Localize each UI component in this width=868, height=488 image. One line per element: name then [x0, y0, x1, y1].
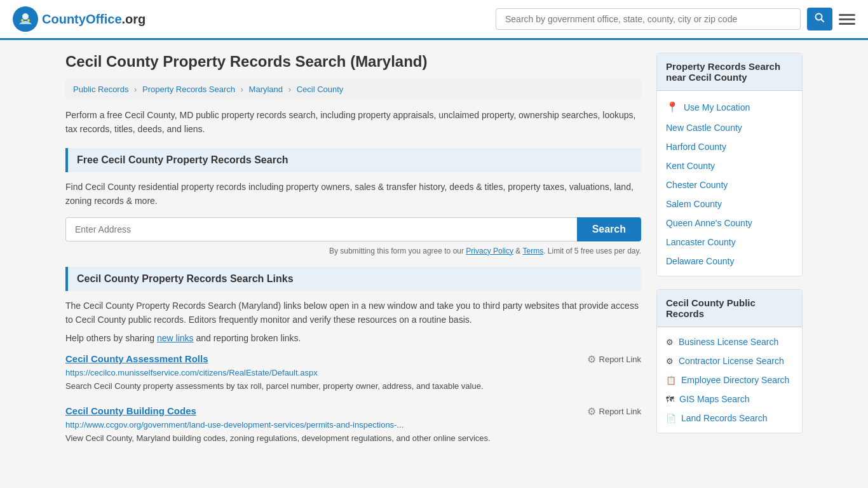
- logo-icon: [13, 6, 38, 32]
- record-url-2[interactable]: http://www.ccgov.org/government/land-use…: [65, 420, 641, 430]
- hamburger-line-2: [839, 18, 855, 20]
- help-text-suffix: and reporting broken links.: [194, 333, 301, 343]
- main-content: Cecil County Property Records Search (Ma…: [65, 53, 641, 457]
- breadcrumb-sep-3: ›: [288, 85, 291, 94]
- intro-text: Perform a free Cecil County, MD public p…: [65, 108, 641, 137]
- links-section: Cecil County Property Records Search Lin…: [65, 267, 641, 445]
- public-records-heading: Cecil County Public Records: [657, 290, 802, 327]
- privacy-policy-link[interactable]: Privacy Policy: [466, 247, 513, 255]
- hamburger-line-3: [839, 23, 855, 25]
- sidebar-employee-directory[interactable]: 📋 Employee Directory Search: [657, 370, 802, 390]
- header: CountyOffice.org: [0, 0, 868, 40]
- record-item-assessment: Cecil County Assessment Rolls ⚙ Report L…: [65, 353, 641, 393]
- record-title-assessment[interactable]: Cecil County Assessment Rolls: [65, 353, 208, 364]
- pin-icon: 📍: [666, 101, 679, 113]
- hamburger-button[interactable]: [839, 14, 855, 25]
- sidebar-county-harford[interactable]: Harford County: [657, 137, 802, 156]
- report-link-label-1: Report Link: [599, 355, 641, 364]
- sidebar: Property Records Search near Cecil Count…: [656, 53, 803, 457]
- form-disclaimer: By submitting this form you agree to our…: [65, 247, 641, 255]
- public-records-body: ⚙ Business License Search ⚙ Contractor L…: [657, 327, 802, 433]
- page-title: Cecil County Property Records Search (Ma…: [65, 53, 641, 71]
- free-search-heading: Free Cecil County Property Records Searc…: [65, 148, 641, 172]
- help-text-prefix: Help others by sharing: [65, 333, 157, 343]
- breadcrumb-sep-2: ›: [241, 85, 243, 94]
- record-desc-2: View Cecil County, Maryland building cod…: [65, 432, 641, 445]
- breadcrumb-maryland[interactable]: Maryland: [249, 85, 283, 94]
- gis-maps-icon: 🗺: [666, 395, 674, 404]
- help-text: Help others by sharing new links and rep…: [65, 333, 641, 343]
- record-item-building-codes: Cecil County Building Codes ⚙ Report Lin…: [65, 405, 641, 445]
- new-links-link[interactable]: new links: [157, 333, 194, 343]
- svg-point-1: [22, 13, 29, 20]
- business-license-icon: ⚙: [666, 337, 674, 347]
- sidebar-county-kent[interactable]: Kent County: [657, 156, 802, 175]
- disclaimer-prefix: By submitting this form you agree to our: [329, 247, 466, 255]
- sidebar-land-records[interactable]: 📄 Land Records Search: [657, 409, 802, 428]
- report-link-2[interactable]: ⚙ Report Link: [587, 405, 641, 417]
- logo-text: CountyOffice.org: [42, 12, 146, 27]
- sidebar-county-lancaster[interactable]: Lancaster County: [657, 233, 802, 252]
- free-search-desc: Find Cecil County residential property r…: [65, 180, 641, 208]
- svg-point-2: [21, 19, 24, 22]
- sidebar-business-license[interactable]: ⚙ Business License Search: [657, 332, 802, 351]
- address-search-form: Search: [65, 217, 641, 241]
- header-search-button[interactable]: [807, 8, 832, 30]
- breadcrumb-cecil-county[interactable]: Cecil County: [297, 85, 344, 94]
- sidebar-county-new-castle[interactable]: New Castle County: [657, 118, 802, 137]
- report-icon-1: ⚙: [587, 353, 596, 365]
- disclaimer-suffix: . Limit of 5 free uses per day.: [543, 247, 641, 255]
- sidebar-gis-maps[interactable]: 🗺 GIS Maps Search: [657, 390, 802, 409]
- public-records-box: Cecil County Public Records ⚙ Business L…: [656, 289, 803, 433]
- land-records-icon: 📄: [666, 414, 676, 423]
- report-link-label-2: Report Link: [599, 407, 641, 416]
- svg-point-3: [27, 19, 30, 22]
- report-link-1[interactable]: ⚙ Report Link: [587, 353, 641, 365]
- contractor-license-icon: ⚙: [666, 356, 674, 366]
- breadcrumb-sep-1: ›: [134, 85, 137, 94]
- address-search-button[interactable]: Search: [577, 217, 641, 241]
- links-section-heading: Cecil County Property Records Search Lin…: [65, 267, 641, 291]
- gis-maps-label: GIS Maps Search: [679, 394, 750, 404]
- nearby-counties-box: Property Records Search near Cecil Count…: [656, 53, 803, 276]
- sidebar-county-queen-anne[interactable]: Queen Anne's County: [657, 214, 802, 233]
- use-location-label: Use My Location: [684, 102, 750, 112]
- sidebar-county-salem[interactable]: Salem County: [657, 194, 802, 214]
- address-input[interactable]: [65, 217, 577, 241]
- record-item-header-1: Cecil County Assessment Rolls ⚙ Report L…: [65, 353, 641, 365]
- header-search-area: [496, 8, 855, 30]
- breadcrumb-public-records[interactable]: Public Records: [73, 85, 128, 94]
- record-title-building-codes[interactable]: Cecil County Building Codes: [65, 405, 196, 416]
- sidebar-county-chester[interactable]: Chester County: [657, 175, 802, 194]
- employee-directory-label: Employee Directory Search: [681, 375, 789, 385]
- terms-link[interactable]: Terms: [522, 247, 543, 255]
- svg-line-5: [822, 20, 824, 22]
- sidebar-contractor-license[interactable]: ⚙ Contractor License Search: [657, 351, 802, 370]
- land-records-label: Land Records Search: [681, 413, 767, 423]
- sidebar-county-delaware[interactable]: Delaware County: [657, 252, 802, 271]
- contractor-license-label: Contractor License Search: [679, 356, 784, 366]
- record-desc-1: Search Cecil County property assessments…: [65, 380, 641, 393]
- use-my-location-item[interactable]: 📍 Use My Location: [657, 96, 802, 118]
- breadcrumb: Public Records › Property Records Search…: [65, 79, 641, 99]
- business-license-label: Business License Search: [679, 337, 778, 347]
- employee-directory-icon: 📋: [666, 376, 676, 385]
- nearby-counties-body: 📍 Use My Location New Castle County Harf…: [657, 91, 802, 276]
- page-container: Cecil County Property Records Search (Ma…: [53, 40, 815, 470]
- record-url-1[interactable]: https://cecilco.munisselfservice.com/cit…: [65, 368, 641, 377]
- report-icon-2: ⚙: [587, 405, 596, 417]
- logo-area: CountyOffice.org: [13, 6, 146, 32]
- nearby-counties-heading: Property Records Search near Cecil Count…: [657, 53, 802, 91]
- header-search-input[interactable]: [496, 8, 801, 30]
- links-intro: The Cecil County Property Records Search…: [65, 299, 641, 327]
- hamburger-line-1: [839, 14, 855, 16]
- breadcrumb-property-records[interactable]: Property Records Search: [142, 85, 235, 94]
- record-item-header-2: Cecil County Building Codes ⚙ Report Lin…: [65, 405, 641, 417]
